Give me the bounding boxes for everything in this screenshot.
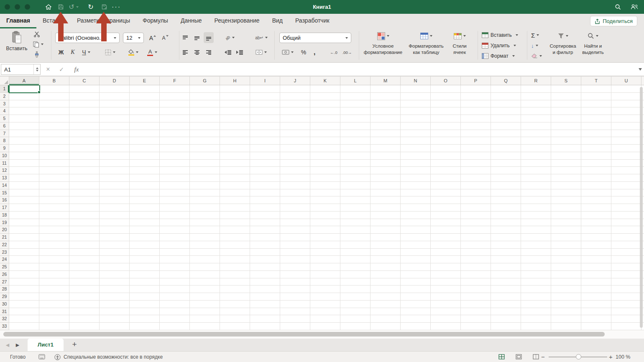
cell-M31[interactable] — [371, 308, 401, 316]
format-as-table-button[interactable]: Форматировать как таблицу — [406, 31, 447, 56]
cell-E17[interactable] — [130, 204, 160, 212]
cell-E11[interactable] — [130, 160, 160, 167]
tab-view[interactable]: Вид — [266, 14, 289, 28]
cell-Q32[interactable] — [491, 315, 521, 323]
cell-I16[interactable] — [250, 196, 280, 204]
cell-F9[interactable] — [160, 145, 190, 152]
cell-T15[interactable] — [581, 189, 611, 197]
wrap-text-button[interactable]: ab↵ — [253, 32, 269, 43]
cell-D27[interactable] — [100, 278, 130, 286]
cell-I8[interactable] — [250, 137, 280, 145]
italic-button[interactable]: К — [68, 47, 78, 58]
insert-cells-button[interactable]: Вставить — [482, 31, 518, 40]
cell-N9[interactable] — [401, 145, 431, 152]
cell-I33[interactable] — [250, 323, 280, 330]
cell-J18[interactable] — [280, 212, 310, 219]
cell-J3[interactable] — [280, 100, 310, 108]
cell-K19[interactable] — [310, 219, 340, 227]
cell-B13[interactable] — [39, 174, 69, 182]
redo-icon[interactable]: ↻ — [86, 0, 96, 14]
cell-P26[interactable] — [461, 271, 491, 278]
cell-K12[interactable] — [310, 167, 340, 174]
cell-I13[interactable] — [250, 174, 280, 182]
cell-Q15[interactable] — [491, 189, 521, 197]
cell-I22[interactable] — [250, 241, 280, 249]
cell-G18[interactable] — [190, 212, 220, 219]
row-header-1[interactable]: 1 — [0, 85, 9, 93]
cell-I23[interactable] — [250, 249, 280, 256]
cell-D33[interactable] — [100, 323, 130, 330]
vertical-scrollbar[interactable] — [640, 87, 643, 328]
cell-S25[interactable] — [551, 263, 581, 271]
cell-T21[interactable] — [581, 234, 611, 241]
cell-P19[interactable] — [461, 219, 491, 227]
cell-B12[interactable] — [39, 167, 69, 174]
cell-U12[interactable] — [611, 167, 641, 174]
expand-formula-bar-icon[interactable] — [639, 68, 642, 71]
cell-H12[interactable] — [220, 167, 250, 174]
cell-D2[interactable] — [100, 93, 130, 100]
cell-N6[interactable] — [401, 122, 431, 130]
clear-button[interactable] — [531, 51, 542, 61]
cell-J16[interactable] — [280, 196, 310, 204]
cell-N22[interactable] — [401, 241, 431, 249]
cell-K24[interactable] — [310, 256, 340, 263]
cell-R30[interactable] — [521, 301, 551, 308]
cell-S2[interactable] — [551, 93, 581, 100]
cell-T31[interactable] — [581, 308, 611, 316]
cell-Q21[interactable] — [491, 234, 521, 241]
cell-O7[interactable] — [431, 130, 461, 138]
cell-C17[interactable] — [69, 204, 100, 212]
cell-D1[interactable] — [100, 85, 130, 93]
cell-I1[interactable] — [250, 85, 280, 93]
cell-Q5[interactable] — [491, 115, 521, 122]
row-header-30[interactable]: 30 — [0, 301, 9, 308]
cell-R13[interactable] — [521, 174, 551, 182]
cell-L31[interactable] — [340, 308, 371, 316]
cell-A26[interactable] — [9, 271, 39, 278]
cell-A18[interactable] — [9, 212, 39, 219]
cell-P15[interactable] — [461, 189, 491, 197]
cell-M23[interactable] — [371, 249, 401, 256]
cell-F29[interactable] — [160, 293, 190, 301]
cell-S24[interactable] — [551, 256, 581, 263]
cell-R7[interactable] — [521, 130, 551, 138]
cell-N21[interactable] — [401, 234, 431, 241]
cell-J28[interactable] — [280, 286, 310, 293]
cell-L20[interactable] — [340, 226, 371, 234]
cell-H3[interactable] — [220, 100, 250, 108]
cell-S26[interactable] — [551, 271, 581, 278]
cell-Q6[interactable] — [491, 122, 521, 130]
column-header-P[interactable]: P — [461, 76, 491, 85]
cell-U27[interactable] — [611, 278, 641, 286]
cell-N33[interactable] — [401, 323, 431, 330]
cell-N23[interactable] — [401, 249, 431, 256]
cell-L33[interactable] — [340, 323, 371, 330]
cell-H18[interactable] — [220, 212, 250, 219]
cell-H28[interactable] — [220, 286, 250, 293]
cell-G15[interactable] — [190, 189, 220, 197]
cell-A11[interactable] — [9, 160, 39, 167]
cell-S18[interactable] — [551, 212, 581, 219]
cell-E27[interactable] — [130, 278, 160, 286]
cell-G30[interactable] — [190, 301, 220, 308]
cell-R10[interactable] — [521, 152, 551, 160]
cell-B32[interactable] — [39, 315, 69, 323]
cell-Q28[interactable] — [491, 286, 521, 293]
cell-S4[interactable] — [551, 107, 581, 115]
cell-styles-button[interactable]: Стили ячеек — [447, 31, 472, 56]
cell-H23[interactable] — [220, 249, 250, 256]
accounting-format-button[interactable] — [279, 47, 296, 58]
cell-S22[interactable] — [551, 241, 581, 249]
orientation-button[interactable]: ab — [222, 32, 238, 43]
column-header-C[interactable]: C — [69, 76, 100, 85]
cell-L21[interactable] — [340, 234, 371, 241]
percent-style-button[interactable]: % — [299, 47, 309, 58]
cell-S29[interactable] — [551, 293, 581, 301]
cell-R14[interactable] — [521, 182, 551, 189]
cell-R25[interactable] — [521, 263, 551, 271]
grow-font-button[interactable]: А — [147, 33, 158, 43]
cell-P14[interactable] — [461, 182, 491, 189]
cell-J31[interactable] — [280, 308, 310, 316]
cell-I7[interactable] — [250, 130, 280, 138]
